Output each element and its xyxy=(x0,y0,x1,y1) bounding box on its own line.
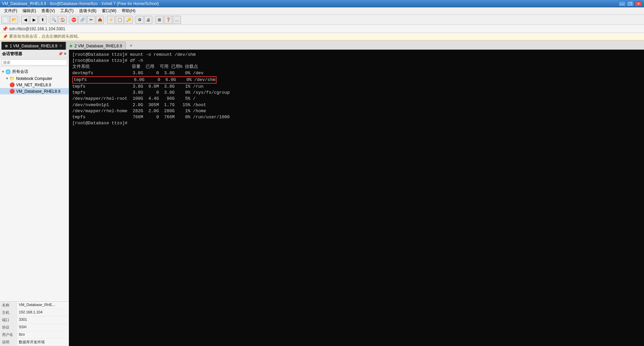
toolbar-forward[interactable]: ▶ xyxy=(30,16,38,24)
minimize-button[interactable]: — xyxy=(618,1,626,6)
tree-expand-notebook: ▼ xyxy=(5,77,9,80)
sidebar-close-button[interactable]: ✕ xyxy=(64,52,67,56)
prop-row-port: 端口 3301 xyxy=(0,316,69,324)
terminal-line-10: tmpfs 766M 0 766M 0% /run/user/1000 xyxy=(72,114,641,120)
terminal-line-4: tmpfs 6.0G 0 6.0G 0% /dev/shm xyxy=(72,76,641,84)
notebook-label: Notebook Computer xyxy=(16,76,52,81)
prop-val-proto: SSH xyxy=(17,324,29,331)
terminal-line-6: tmpfs 3.8G 0 3.8G 0% /sys/fs/cgroup xyxy=(72,90,641,96)
title-bar: VM_Database_RHEL8.9 - ttzo@Database:/hom… xyxy=(0,0,644,7)
toolbar-connect[interactable]: 🔗 xyxy=(78,16,86,24)
close-button[interactable]: ✕ xyxy=(635,1,642,6)
prop-row-proto: 协议 SSH xyxy=(0,324,69,331)
tab-label-1: 1 VM_Database_RHEL8.9 xyxy=(10,44,57,48)
tree-notebook[interactable]: ▼ 📁 Notebook Computer xyxy=(0,75,69,82)
toolbar-cmd2[interactable]: 📋 xyxy=(116,16,124,24)
vm-db-label: VM_Database_RHEL8.9 xyxy=(16,89,60,94)
terminal-line-8: /dev/nvme0n1p1 2.0G 305M 1.7G 15% /boot xyxy=(72,102,641,108)
notebook-folder-icon: 📁 xyxy=(9,76,15,81)
toolbar-sep2 xyxy=(48,16,48,23)
terminal-line-1: [root@Database ttzo]# df -h xyxy=(72,58,641,64)
toolbar-home[interactable]: 🏠 xyxy=(59,16,67,24)
info-text: 要添加当前会话，点击左侧的箭头按钮。 xyxy=(9,34,82,39)
toolbar-key[interactable]: 🔑 xyxy=(124,16,132,24)
tab-add-button[interactable]: + xyxy=(127,41,135,49)
sidebar-header-actions: 📌 ✕ xyxy=(58,52,67,56)
tree-expand-all: ▼ xyxy=(1,70,5,74)
menu-file[interactable]: 文件(F) xyxy=(1,7,20,14)
prop-val-name: VM_Database_RHE... xyxy=(17,302,57,309)
tab-1[interactable]: 1 VM_Database_RHEL8.9 ✕ xyxy=(1,42,66,50)
tab-close-1[interactable]: ✕ xyxy=(59,44,62,48)
toolbar-new[interactable]: 📄 xyxy=(1,16,9,24)
toolbar-layout[interactable]: ⊞ xyxy=(155,16,163,24)
prop-key-desc: 说明 xyxy=(0,339,17,346)
menu-edit[interactable]: 编辑(E) xyxy=(20,7,39,14)
prop-val-desc: 数据库开发环境 xyxy=(17,339,47,346)
prop-key-host: 主机 xyxy=(0,309,17,316)
tab-bar: 1 VM_Database_RHEL8.9 ✕ 2 VM_Database_RH… xyxy=(0,40,644,50)
terminal-line-0: [root@Database ttzo]# mount -o remount /… xyxy=(72,52,641,58)
prop-key-user: 用户名 xyxy=(0,331,17,338)
menu-tabs[interactable]: 选项卡(B) xyxy=(76,7,99,14)
title-text: VM_Database_RHEL8.9 - ttzo@Database:/hom… xyxy=(2,1,159,6)
terminal-line-7: /dev/mapper/rhel-root 100G 4.4G 96G 5% / xyxy=(72,96,641,102)
toolbar-up[interactable]: ⬆ xyxy=(39,16,47,24)
info-bar: 📌 要添加当前会话，点击左侧的箭头按钮。 xyxy=(0,33,644,40)
toolbar-sep1 xyxy=(20,16,20,23)
vm-net-label: VM_NET_RHEL8.9 xyxy=(16,83,51,87)
toolbar-help[interactable]: ❓ xyxy=(164,16,172,24)
title-bar-controls: — ❐ ✕ xyxy=(618,1,642,6)
toolbar-settings[interactable]: ⚙ xyxy=(136,16,144,24)
prop-row-desc: 说明 数据库开发环境 xyxy=(0,339,69,346)
toolbar-disconnect[interactable]: ✂ xyxy=(87,16,95,24)
sidebar-search-input[interactable] xyxy=(1,59,67,66)
toolbar-stop[interactable]: ⛔ xyxy=(70,16,78,24)
menu-bar: 文件(F) 编辑(E) 查看(V) 工具(T) 选项卡(B) 窗口(W) 帮助(… xyxy=(0,7,644,15)
toolbar-sep5 xyxy=(134,16,134,23)
toolbar-sep6 xyxy=(154,16,154,23)
info-icon: 📌 xyxy=(3,34,8,39)
prop-row-host: 主机 192.168.1.104 xyxy=(0,309,69,316)
vm-db-icon: 🔴 xyxy=(9,89,15,94)
prop-val-user: ttzo xyxy=(17,331,27,338)
terminal-line-5: tmpfs 3.8G 9.0M 3.8G 1% /run xyxy=(72,84,641,90)
address-bar: 📌 ssh://ttzo@192.168.1.104:3301 xyxy=(0,25,644,33)
menu-tools[interactable]: 工具(T) xyxy=(58,7,76,14)
vm-net-icon: 🔴 xyxy=(9,82,15,87)
prop-key-port: 端口 xyxy=(0,316,17,323)
menu-window[interactable]: 窗口(W) xyxy=(99,7,119,14)
prop-key-proto: 协议 xyxy=(0,324,17,331)
address-text: ssh://ttzo@192.168.1.104:3301 xyxy=(9,27,65,31)
toolbar-search[interactable]: 🔍 xyxy=(50,16,58,24)
toolbar-back[interactable]: ◀ xyxy=(21,16,29,24)
properties-panel: 名称 VM_Database_RHE... 主机 192.168.1.104 端… xyxy=(0,301,69,346)
sidebar-pin-button[interactable]: 📌 xyxy=(58,52,63,56)
tree-vm-db[interactable]: 🔴 VM_Database_RHEL8.9 xyxy=(0,88,69,94)
toolbar-extra[interactable]: … xyxy=(173,16,181,24)
prop-row-user: 用户名 ttzo xyxy=(0,331,69,339)
tab-dot-2 xyxy=(70,45,72,47)
menu-help[interactable]: 帮助(H) xyxy=(119,7,138,14)
tab-label-2: 2 VM_Database_RHEL8.9 xyxy=(74,44,122,48)
sidebar-title: 会话管理器 xyxy=(2,51,22,57)
toolbar-cmd1[interactable]: ⚡ xyxy=(107,16,115,24)
tree-vm-net[interactable]: 🔴 VM_NET_RHEL8.9 xyxy=(0,82,69,88)
all-sessions-icon: 🌐 xyxy=(5,69,11,74)
prop-val-port: 3301 xyxy=(17,316,29,323)
terminal-line-3: devtmpfs 3.8G 0 3.8G 0% /dev xyxy=(72,70,641,76)
menu-view[interactable]: 查看(V) xyxy=(39,7,58,14)
sidebar-tree: ▼ 🌐 所有会话 ▼ 📁 Notebook Computer 🔴 VM_NET_… xyxy=(0,67,69,301)
prop-row-name: 名称 VM_Database_RHE... xyxy=(0,302,69,309)
tab-2[interactable]: 2 VM_Database_RHEL8.9 xyxy=(66,42,125,50)
title-bar-left: VM_Database_RHEL8.9 - ttzo@Database:/hom… xyxy=(2,1,159,6)
sidebar-search xyxy=(0,58,69,67)
terminal[interactable]: [root@Database ttzo]# mount -o remount /… xyxy=(69,50,644,346)
main-layout: 会话管理器 📌 ✕ ▼ 🌐 所有会话 ▼ 📁 Notebook Computer xyxy=(0,50,644,346)
restore-button[interactable]: ❐ xyxy=(627,1,634,6)
toolbar-open[interactable]: 📂 xyxy=(10,16,18,24)
tree-all-sessions[interactable]: ▼ 🌐 所有会话 xyxy=(0,68,69,75)
toolbar-print[interactable]: 🖨 xyxy=(144,16,152,24)
prop-key-name: 名称 xyxy=(0,302,17,309)
toolbar-transfer[interactable]: 📤 xyxy=(96,16,104,24)
